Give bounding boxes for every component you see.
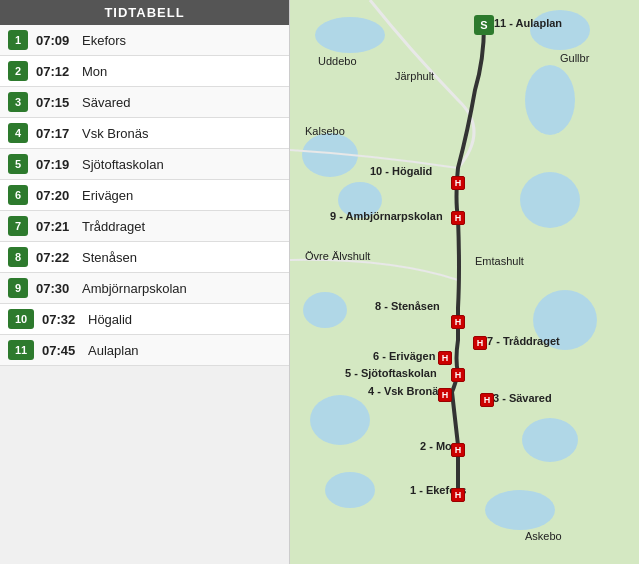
stop-name-10: Högalid [88, 312, 281, 327]
stop-time-11: 07:45 [42, 343, 80, 358]
stop-icon-8: H [451, 315, 465, 329]
stop-row-6: 607:20Erivägen [0, 180, 289, 211]
stop-name-6: Erivägen [82, 188, 281, 203]
svg-point-23 [485, 490, 555, 530]
stop-row-5: 507:19Sjötoftaskolan [0, 149, 289, 180]
map-background [290, 0, 639, 564]
stop-icon-6: H [438, 351, 452, 365]
stop-time-10: 07:32 [42, 312, 80, 327]
stop-name-9: Ambjörnarpskolan [82, 281, 281, 296]
stops-list: 107:09Ekefors207:12Mon307:15Sävared407:1… [0, 25, 289, 366]
stop-icon-10: H [451, 176, 465, 190]
stop-row-7: 707:21Tråddraget [0, 211, 289, 242]
svg-point-21 [310, 395, 370, 445]
stop-name-11: Aulaplan [88, 343, 281, 358]
stop-name-3: Sävared [82, 95, 281, 110]
stop-row-10: 1007:32Högalid [0, 304, 289, 335]
stop-time-6: 07:20 [36, 188, 74, 203]
svg-point-24 [325, 472, 375, 508]
stop-number-5: 5 [8, 154, 28, 174]
stop-number-1: 1 [8, 30, 28, 50]
stop-name-7: Tråddraget [82, 219, 281, 234]
map-panel: Uddebo Järphult Gullbr Kalsebo Övre Älvs… [290, 0, 639, 564]
stop-time-3: 07:15 [36, 95, 74, 110]
svg-point-20 [533, 290, 597, 350]
stop-name-1: Ekefors [82, 33, 281, 48]
stop-time-2: 07:12 [36, 64, 74, 79]
stop-number-2: 2 [8, 61, 28, 81]
stop-time-1: 07:09 [36, 33, 74, 48]
stop-icon-7: H [473, 336, 487, 350]
svg-point-14 [530, 10, 590, 50]
stop-number-11: 11 [8, 340, 34, 360]
stop-icon-9: H [451, 211, 465, 225]
stop-row-1: 107:09Ekefors [0, 25, 289, 56]
stop-row-11: 1107:45Aulaplan [0, 335, 289, 366]
stop-time-4: 07:17 [36, 126, 74, 141]
stop-row-9: 907:30Ambjörnarpskolan [0, 273, 289, 304]
stop-number-6: 6 [8, 185, 28, 205]
stop-icon-3: H [480, 393, 494, 407]
stop-row-8: 807:22Stenåsen [0, 242, 289, 273]
start-marker: S [474, 15, 494, 35]
svg-point-13 [315, 17, 385, 53]
stop-icon-1: H [451, 488, 465, 502]
stop-row-2: 207:12Mon [0, 56, 289, 87]
stop-number-4: 4 [8, 123, 28, 143]
stop-time-8: 07:22 [36, 250, 74, 265]
svg-point-18 [520, 172, 580, 228]
stop-name-5: Sjötoftaskolan [82, 157, 281, 172]
stop-number-10: 10 [8, 309, 34, 329]
svg-point-19 [303, 292, 347, 328]
stop-time-7: 07:21 [36, 219, 74, 234]
stop-icon-2: H [451, 443, 465, 457]
stop-number-9: 9 [8, 278, 28, 298]
svg-point-22 [522, 418, 578, 462]
stop-name-4: Vsk Bronäs [82, 126, 281, 141]
stop-icon-5: H [451, 368, 465, 382]
stop-name-2: Mon [82, 64, 281, 79]
stop-row-4: 407:17Vsk Bronäs [0, 118, 289, 149]
stop-icon-4: H [438, 388, 452, 402]
timetable-panel: TIDTABELL 107:09Ekefors207:12Mon307:15Sä… [0, 0, 290, 564]
stop-row-3: 307:15Sävared [0, 87, 289, 118]
timetable-header: TIDTABELL [0, 0, 289, 25]
stop-time-5: 07:19 [36, 157, 74, 172]
svg-point-15 [525, 65, 575, 135]
stop-number-3: 3 [8, 92, 28, 112]
stop-name-8: Stenåsen [82, 250, 281, 265]
svg-point-17 [338, 182, 382, 218]
stop-number-7: 7 [8, 216, 28, 236]
stop-time-9: 07:30 [36, 281, 74, 296]
stop-number-8: 8 [8, 247, 28, 267]
